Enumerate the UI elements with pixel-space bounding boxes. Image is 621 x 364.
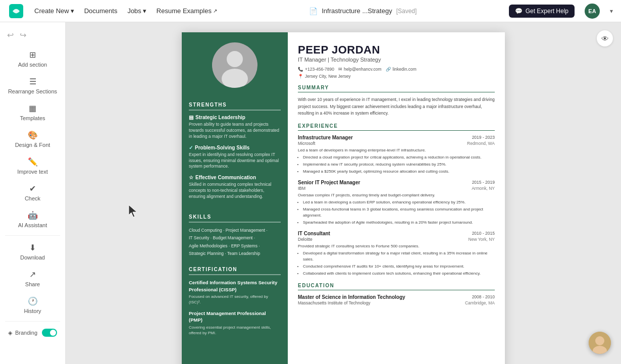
branding-icon: ◈ bbox=[8, 330, 12, 336]
resume-job-title: IT Manager | Technology Strategy bbox=[298, 57, 495, 63]
sidebar-item-templates[interactable]: ▦ Templates bbox=[3, 99, 62, 125]
branding-toggle[interactable] bbox=[42, 329, 57, 337]
resume-summary: With over 10 years of experience in IT m… bbox=[298, 96, 495, 117]
sidebar-item-improve-text[interactable]: ✏️ Improve text bbox=[3, 153, 62, 179]
resume-left-panel: STRENGTHS ▤ Strategic Leadership Proven … bbox=[182, 32, 288, 364]
improve-text-icon: ✏️ bbox=[28, 157, 38, 167]
sidebar-item-design-font[interactable]: 🎨 Design & Font bbox=[3, 126, 62, 152]
sidebar-item-branding[interactable]: ◈ Branding bbox=[3, 325, 62, 341]
strength-name-3: Effective Communication bbox=[195, 175, 256, 180]
exp-bullet-2-1: Led a team in developing a custom ERP so… bbox=[303, 199, 495, 205]
exp-bullet-3-2: Conducted comprehensive IT audits for 10… bbox=[303, 264, 495, 270]
exp-dates-3: 2010 - 2015 bbox=[472, 231, 495, 236]
exp-location-3: New York, NY bbox=[469, 237, 495, 242]
content-area: 👁 STRENGTHS bbox=[66, 22, 621, 364]
exp-company-2: IBM bbox=[298, 186, 305, 191]
strength-desc-1: Proven ability to guide teams and projec… bbox=[189, 122, 281, 140]
experience-title: EXPERIENCE bbox=[298, 123, 495, 131]
check-icon: ✔ bbox=[29, 184, 36, 193]
sidebar-item-check[interactable]: ✔ Check bbox=[3, 180, 62, 205]
exp-block-3: IT Consultant 2010 - 2015 Deloitte New Y… bbox=[298, 231, 495, 277]
resume-contact: 📞 +123-456-7890 ✉ help@enhancv.com 🔗 lin… bbox=[298, 67, 495, 72]
strength-icon-1: ▤ bbox=[189, 115, 193, 120]
cert-desc-1: Focused on advanced IT security, offered… bbox=[189, 294, 281, 305]
exp-title-2: Senior IT Project Manager bbox=[298, 180, 360, 185]
skill-tag-2: IT Security · Budget Management · bbox=[189, 234, 281, 242]
chevron-down-icon: ▾ bbox=[143, 7, 146, 15]
svg-point-6 bbox=[595, 336, 604, 345]
location-icon: 📍 bbox=[298, 74, 303, 79]
documents-menu[interactable]: Documents bbox=[84, 7, 118, 15]
strengths-title: STRENGTHS bbox=[189, 102, 281, 111]
chevron-down-icon: ▾ bbox=[71, 7, 74, 15]
exp-desc-2: Oversaw complex IT projects, ensuring ti… bbox=[298, 192, 495, 198]
exp-desc-3: Provided strategic IT consulting service… bbox=[298, 243, 495, 249]
share-icon: ↗ bbox=[29, 270, 36, 279]
cert-item-2: Project Management Professional (PMP) Co… bbox=[189, 310, 281, 336]
exp-bullet-1-1: Directed a cloud migration project for c… bbox=[303, 154, 495, 161]
sidebar-item-rearrange[interactable]: ☰ Rearrange Sections bbox=[3, 73, 62, 98]
saved-badge: [Saved] bbox=[396, 8, 417, 15]
create-new-menu[interactable]: Create New ▾ bbox=[34, 7, 74, 15]
resume-photo-section bbox=[189, 42, 281, 93]
expert-icon: 💬 bbox=[515, 8, 523, 15]
skill-tag-4: Strategic Planning · Team Leadership bbox=[189, 250, 281, 257]
strength-item-1: ▤ Strategic Leadership Proven ability to… bbox=[189, 115, 281, 140]
summary-title: SUMMARY bbox=[298, 85, 495, 92]
edu-location-1: Cambridge, MA bbox=[465, 300, 495, 305]
doc-title-area: 📄 Infrastructure ...Strategy [Saved] bbox=[309, 7, 417, 15]
edu-degree-1: Master of Science in Information Technol… bbox=[298, 294, 405, 300]
exp-bullets-3: Developed a digital transformation strat… bbox=[298, 250, 495, 277]
cert-name-2: Project Management Professional (PMP) bbox=[189, 310, 281, 324]
strength-desc-3: Skilled in communicating complex technic… bbox=[189, 182, 281, 200]
undo-icon[interactable]: ↩ bbox=[7, 30, 14, 40]
exp-bullet-1-3: Managed a $250K yearly budget, optimizin… bbox=[303, 169, 495, 175]
rearrange-icon: ☰ bbox=[29, 77, 36, 86]
download-icon: ⬇ bbox=[29, 243, 36, 252]
edu-dates-1: 2008 - 2010 bbox=[472, 294, 495, 300]
contact-linkedin: 🔗 linkedin.com bbox=[386, 67, 417, 72]
exp-location-1: Redmond, WA bbox=[467, 141, 495, 146]
exp-bullet-2-3: Spearheaded the adoption of Agile method… bbox=[303, 220, 495, 226]
templates-icon: ▦ bbox=[29, 103, 36, 113]
logo[interactable] bbox=[8, 3, 24, 19]
resume: STRENGTHS ▤ Strategic Leadership Proven … bbox=[182, 32, 505, 364]
skills-title: SKILLS bbox=[189, 214, 281, 223]
sidebar-item-history[interactable]: 🕐 History bbox=[3, 292, 62, 318]
contact-email: ✉ help@enhancv.com bbox=[338, 67, 382, 72]
exp-company-1: Microsoft bbox=[298, 141, 315, 146]
exp-title-1: Infrastructure Manager bbox=[298, 135, 353, 140]
edu-block-1: Master of Science in Information Technol… bbox=[298, 294, 495, 305]
sidebar: ↩ ↪ ⊞ Add section ☰ Rearrange Sections ▦… bbox=[0, 22, 66, 364]
chat-avatar[interactable] bbox=[589, 332, 611, 354]
strength-name-2: Problem-Solving Skills bbox=[195, 145, 249, 150]
avatar[interactable]: EA bbox=[585, 4, 600, 19]
redo-icon[interactable]: ↪ bbox=[20, 30, 26, 40]
cert-item-1: Certified Information Systems Security P… bbox=[189, 279, 281, 305]
linkedin-icon: 🔗 bbox=[386, 67, 391, 72]
cert-name-1: Certified Information Systems Security P… bbox=[189, 279, 281, 293]
sidebar-item-ai-assistant[interactable]: 🤖 AI Assistant bbox=[3, 206, 62, 232]
exp-bullet-3-1: Developed a digital transformation strat… bbox=[303, 250, 495, 263]
exp-title-3: IT Consultant bbox=[298, 231, 330, 236]
sidebar-item-share[interactable]: ↗ Share bbox=[3, 266, 62, 291]
get-expert-button[interactable]: 💬 Get Expert Help bbox=[509, 5, 575, 18]
cert-desc-2: Covering essential project management sk… bbox=[189, 325, 281, 336]
skills-section: SKILLS Cloud Computing · Project Managem… bbox=[189, 214, 281, 257]
strengths-section: STRENGTHS ▤ Strategic Leadership Proven … bbox=[189, 102, 281, 205]
history-icon: 🕐 bbox=[28, 296, 38, 306]
sidebar-item-add-section[interactable]: ⊞ Add section bbox=[3, 46, 62, 72]
exp-dates-1: 2019 - 2023 bbox=[472, 135, 495, 140]
strength-item-2: ✓ Problem-Solving Skills Expert in ident… bbox=[189, 145, 281, 170]
sidebar-item-download[interactable]: ⬇ Download bbox=[3, 239, 62, 265]
cursor-arrow bbox=[128, 204, 140, 216]
exp-desc-1: Led a team of developers in managing ent… bbox=[298, 147, 495, 153]
resume-examples-menu[interactable]: Resume Examples ↗ bbox=[157, 7, 217, 15]
design-icon: 🎨 bbox=[28, 130, 38, 140]
account-chevron-icon[interactable]: ▾ bbox=[610, 8, 613, 15]
doc-icon: 📄 bbox=[309, 7, 318, 15]
preview-button[interactable]: 👁 bbox=[597, 30, 613, 46]
strength-name-1: Strategic Leadership bbox=[195, 115, 245, 120]
jobs-menu[interactable]: Jobs ▾ bbox=[127, 7, 146, 15]
education-title: EDUCATION bbox=[298, 283, 495, 290]
